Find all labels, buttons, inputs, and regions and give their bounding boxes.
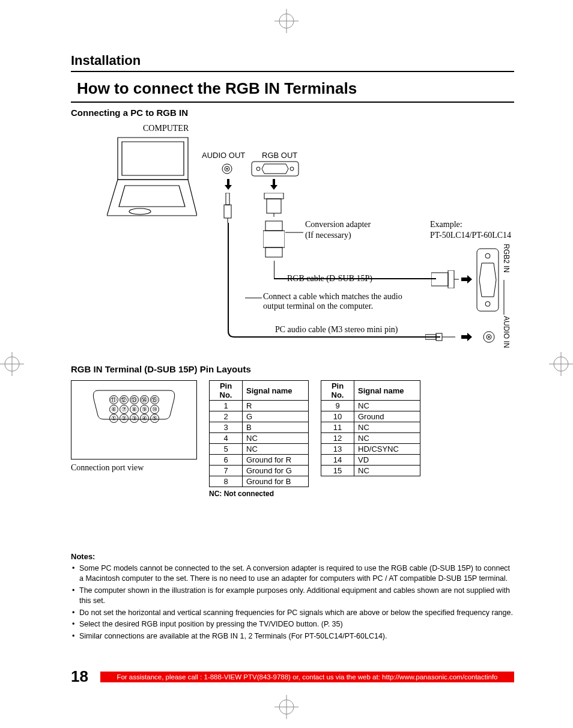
port-diagram: ⑪⑫⑬⑭⑮ ⑥⑦⑧⑨⑩ ①②③④⑤ bbox=[71, 380, 197, 460]
audio-plug-side-icon bbox=[425, 333, 455, 344]
th-pin-no: Pin No. bbox=[321, 381, 354, 401]
svg-rect-20 bbox=[224, 205, 231, 218]
arrow-down-icon bbox=[270, 179, 277, 192]
pin-no: 7 bbox=[210, 466, 243, 476]
signal-name: B bbox=[243, 422, 309, 433]
signal-name: NC bbox=[354, 401, 420, 411]
table-row: 12NC bbox=[321, 433, 420, 444]
crop-mark-left bbox=[0, 352, 24, 376]
arrow-right-icon bbox=[461, 333, 472, 344]
svg-rect-22 bbox=[264, 193, 283, 199]
bracket-line bbox=[503, 280, 505, 317]
section-title: Installation bbox=[71, 53, 514, 72]
crop-mark-top bbox=[274, 9, 299, 33]
signal-name: HD/CSYNC bbox=[354, 444, 420, 455]
signal-name: Ground for B bbox=[243, 476, 309, 487]
pin-table-left: Pin No. Signal name 1R2G3B4NC5NC6Ground … bbox=[209, 380, 309, 487]
th-pin-no: Pin No. bbox=[210, 381, 243, 401]
signal-name: G bbox=[243, 411, 309, 422]
label-rgb2in: RGB2 IN bbox=[502, 244, 511, 273]
port-view: ⑪⑫⑬⑭⑮ ⑥⑦⑧⑨⑩ ①②③④⑤ Connection port view bbox=[71, 380, 197, 473]
pin-no: 3 bbox=[210, 422, 243, 433]
table-row: 7Ground for G bbox=[210, 466, 309, 476]
page-number: 18 bbox=[71, 667, 88, 686]
nc-note: NC: Not connected bbox=[209, 490, 309, 498]
pin-no: 15 bbox=[321, 466, 354, 476]
label-audio-out: AUDIO OUT bbox=[202, 151, 245, 160]
vga-plug-icon bbox=[263, 193, 285, 219]
crop-mark-bottom bbox=[274, 695, 299, 719]
table-row: 10Ground bbox=[321, 411, 420, 422]
table-row: 9NC bbox=[321, 401, 420, 411]
pin-no: 9 bbox=[321, 401, 354, 411]
pin-table-right: Pin No. Signal name 9NC10Ground11NC12NC1… bbox=[321, 380, 420, 476]
subheading-connecting: Connecting a PC to RGB IN bbox=[71, 108, 514, 118]
table-row: 5NC bbox=[210, 444, 309, 455]
label-computer: COMPUTER bbox=[143, 124, 189, 133]
signal-name: NC bbox=[243, 444, 309, 455]
svg-rect-23 bbox=[267, 199, 281, 213]
label-rgb-out: RGB OUT bbox=[262, 151, 297, 160]
subheading-pinlayouts: RGB IN Terminal (D-SUB 15P) Pin Layouts bbox=[71, 364, 514, 374]
note-item: Some PC models cannot be connected to th… bbox=[71, 563, 514, 584]
svg-point-37 bbox=[485, 253, 490, 258]
pin-no: 14 bbox=[321, 455, 354, 466]
note-item: The computer shown in the illustration i… bbox=[71, 586, 514, 606]
svg-point-15 bbox=[226, 168, 228, 170]
signal-name: NC bbox=[354, 433, 420, 444]
svg-rect-33 bbox=[425, 335, 436, 339]
pin-no: 1 bbox=[210, 401, 243, 411]
audio-plug-icon bbox=[222, 193, 233, 225]
port-caption: Connection port view bbox=[71, 463, 197, 473]
table-row: 8Ground for B bbox=[210, 476, 309, 487]
pin-no: 11 bbox=[321, 422, 354, 433]
laptop-icon bbox=[107, 135, 197, 224]
arrow-right-icon bbox=[461, 275, 472, 286]
pin-no: 5 bbox=[210, 444, 243, 455]
svg-point-38 bbox=[485, 302, 490, 306]
table-row: 13HD/CSYNC bbox=[321, 444, 420, 455]
th-signal: Signal name bbox=[243, 381, 309, 401]
svg-rect-34 bbox=[436, 333, 442, 341]
signal-name: Ground for G bbox=[243, 466, 309, 476]
signal-name: Ground bbox=[354, 411, 420, 422]
label-audioin: AUDIO IN bbox=[502, 316, 511, 348]
signal-name: Ground for R bbox=[243, 455, 309, 466]
pin-no: 2 bbox=[210, 411, 243, 422]
table-row: 11NC bbox=[321, 422, 420, 433]
table-row: 1R bbox=[210, 401, 309, 411]
svg-point-42 bbox=[488, 336, 490, 338]
notes-heading: Notes: bbox=[71, 552, 514, 561]
svg-point-12 bbox=[129, 208, 151, 214]
pin-no: 10 bbox=[321, 411, 354, 422]
th-signal: Signal name bbox=[354, 381, 420, 401]
signal-name: NC bbox=[243, 433, 309, 444]
signal-name: VD bbox=[354, 455, 420, 466]
table-row: 6Ground for R bbox=[210, 455, 309, 466]
svg-point-17 bbox=[256, 167, 260, 171]
pin-no: 6 bbox=[210, 455, 243, 466]
signal-name: R bbox=[243, 401, 309, 411]
pin-tables: Pin No. Signal name 1R2G3B4NC5NC6Ground … bbox=[209, 380, 514, 498]
input-panel-icon bbox=[476, 247, 500, 316]
note-item: Similar connections are available at the… bbox=[71, 631, 514, 642]
pin-no: 8 bbox=[210, 476, 243, 487]
svg-rect-19 bbox=[226, 193, 229, 205]
pin-no: 13 bbox=[321, 444, 354, 455]
crop-mark-right bbox=[549, 352, 573, 376]
table-row: 14VD bbox=[321, 455, 420, 466]
note-item: Select the desired RGB input position by… bbox=[71, 619, 514, 629]
audio-jack-icon bbox=[221, 163, 233, 177]
pin-no: 12 bbox=[321, 433, 354, 444]
main-title: How to connect the RGB IN Terminals bbox=[71, 77, 514, 103]
pin-no: 4 bbox=[210, 433, 243, 444]
svg-point-18 bbox=[290, 167, 294, 171]
pin-layout-area: ⑪⑫⑬⑭⑮ ⑥⑦⑧⑨⑩ ①②③④⑤ Connection port view P… bbox=[71, 380, 514, 498]
audio-cable-icon bbox=[224, 223, 452, 342]
connection-diagram: COMPUTER AUDIO OUT RGB OUT bbox=[71, 124, 514, 352]
table-row: 4NC bbox=[210, 433, 309, 444]
table-row: 15NC bbox=[321, 466, 420, 476]
footer-bar: For assistance, please call : 1-888-VIEW… bbox=[100, 672, 514, 682]
signal-name: NC bbox=[354, 466, 420, 476]
arrow-down-icon bbox=[225, 179, 232, 192]
